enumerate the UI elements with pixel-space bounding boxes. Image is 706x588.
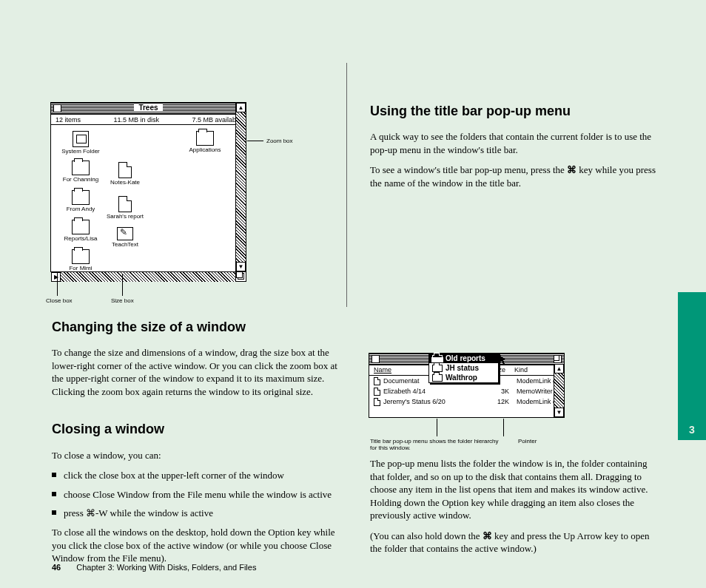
command-key-icon: ⌘ (483, 530, 492, 541)
callout-pointer: Pointer (518, 438, 537, 445)
folder-icon (196, 131, 214, 146)
icon-label: Notes-Kate (103, 180, 147, 186)
close-box[interactable] (372, 355, 380, 363)
desktop-icon[interactable]: Applications (183, 131, 227, 154)
bullet-list: click the close box at the upper-left co… (52, 469, 340, 520)
sys-icon (73, 131, 89, 147)
popup-item-label: JH status (446, 364, 479, 372)
folder-icon (432, 374, 443, 382)
svg-marker-0 (500, 355, 506, 365)
callout-line (247, 141, 263, 141)
bullet-icon (52, 510, 56, 515)
status-items: 12 items (56, 116, 81, 124)
bullet-icon (52, 473, 56, 477)
desktop-icon[interactable]: From Andy (58, 190, 103, 213)
vertical-scrollbar[interactable]: ▲ ▼ (235, 103, 246, 271)
size-box[interactable] (235, 271, 246, 282)
scroll-down-arrow-icon[interactable]: ▼ (554, 408, 564, 417)
window-body: System FolderApplicationsFor ChanningNot… (51, 125, 246, 261)
close-box[interactable] (53, 104, 61, 112)
pointer-cursor-icon (500, 355, 507, 365)
folder-icon (72, 160, 90, 175)
scroll-down-arrow-icon[interactable]: ▼ (236, 262, 246, 271)
list-item: press ⌘-W while the window is active (52, 507, 340, 520)
left-text-column: Changing the size of a window To change … (52, 318, 340, 572)
icon-label: System Folder (58, 149, 103, 155)
desktop-icon[interactable]: For Mimi (58, 249, 103, 272)
popup-item-label: Old reports (446, 354, 485, 362)
desktop-icon[interactable]: System Folder (58, 131, 103, 155)
list-item: click the close box at the upper-left co… (52, 469, 340, 482)
paragraph: A quick way to see the folders that cont… (370, 130, 659, 156)
command-key-icon: ⌘ (567, 164, 576, 175)
scroll-up-arrow-icon[interactable]: ▲ (236, 103, 246, 112)
scroll-right-arrow-icon[interactable]: ▶ (51, 272, 61, 282)
paragraph: (You can also hold down the ⌘ key and pr… (370, 530, 659, 555)
icon-label: From Andy (58, 206, 103, 213)
section-title: Changing the size of a window (52, 318, 340, 336)
vertical-scrollbar[interactable]: ▲ ▼ (554, 364, 564, 417)
popup-menu-item[interactable]: Walthrop (429, 373, 498, 382)
status-disk: 11.5 MB in disk (113, 116, 159, 124)
paragraph: To close all the windows on the desktop,… (52, 526, 340, 565)
desktop-icon[interactable]: TeachText (103, 227, 147, 249)
document-icon (374, 388, 380, 396)
callout-size-box: Size box (111, 297, 134, 304)
icon-label: Applications (183, 147, 227, 154)
row-name: Elizabeth 4/14 (383, 388, 480, 395)
folder-icon (72, 220, 90, 234)
callout-popup: Title bar pop-up menu shows the folder h… (370, 438, 503, 451)
right-text-column-bottom: The pop-up menu lists the folder the win… (370, 457, 659, 563)
folder-icon (432, 355, 443, 362)
chapter-number: 3 (678, 424, 706, 436)
finder-window-list-view: Old reports Name Size Kind DocumentatMod… (369, 353, 565, 418)
document-icon (374, 398, 380, 406)
icon-label: TeachText (103, 242, 147, 249)
table-row[interactable]: Elizabeth 4/143KMemoWriter do (369, 386, 564, 396)
icon-label: For Channing (58, 177, 103, 183)
callout-close-box: Close box (46, 297, 73, 304)
status-bar: 12 items 11.5 MB in disk 7.5 MB availabl… (51, 115, 246, 125)
table-row[interactable]: Jeremy's Status 6/2012KModemLink doc (369, 396, 564, 407)
desktop-icon[interactable]: Sarah's report (103, 196, 147, 220)
page-number: 46 (52, 563, 61, 572)
callout-line (57, 272, 58, 296)
section-title: Closing a window (52, 420, 340, 438)
callout-line (437, 419, 437, 436)
paragraph: To see a window's title bar pop-up menu,… (370, 163, 659, 189)
desktop-icon[interactable]: Notes-Kate (103, 162, 147, 186)
paragraph: To close a window, you can: (52, 449, 340, 462)
paragraph: To change the size and dimensions of a w… (52, 346, 340, 398)
icon-label: Reports/Lisa (58, 236, 103, 243)
bullet-icon (52, 492, 56, 496)
horizontal-scrollbar[interactable]: ◀ ▶ (51, 271, 246, 282)
row-name: Jeremy's Status 6/20 (383, 398, 480, 405)
row-size: 3K (480, 388, 509, 395)
folder-icon (72, 249, 90, 264)
section-title: Using the title bar pop-up menu (370, 102, 659, 120)
icon-label: Sarah's report (103, 214, 147, 220)
doc-icon (118, 162, 132, 178)
title-bar-popup-menu[interactable]: Old reportsJH statusWalthrop (428, 353, 499, 383)
folder-icon (72, 190, 90, 205)
folder-icon (432, 365, 443, 372)
column-rule (346, 63, 347, 307)
callout-zoom-box: Zoom box (266, 138, 293, 144)
list-item: choose Close Window from the File menu w… (52, 488, 340, 501)
row-size: 12K (480, 398, 509, 405)
popup-item-label: Walthrop (446, 374, 477, 382)
desktop-icon[interactable]: Reports/Lisa (58, 220, 103, 243)
zoom-box[interactable] (554, 355, 562, 363)
finder-window-icon-view: Trees 12 items 11.5 MB in disk 7.5 MB av… (50, 102, 246, 272)
desktop-icon[interactable]: For Channing (58, 160, 103, 183)
callout-line (122, 274, 123, 296)
callout-line (503, 419, 504, 436)
window-title: Trees (134, 104, 162, 112)
titlebar[interactable]: Trees (51, 103, 246, 115)
scroll-up-arrow-icon[interactable]: ▲ (554, 364, 564, 374)
app-icon (117, 227, 133, 240)
document-icon (374, 377, 380, 385)
right-text-column-top: Using the title bar pop-up menu A quick … (370, 102, 659, 197)
page-footer: 46 Chapter 3: Working With Disks, Folder… (52, 563, 256, 572)
chapter-name: Chapter 3: Working With Disks, Folders, … (76, 563, 256, 572)
